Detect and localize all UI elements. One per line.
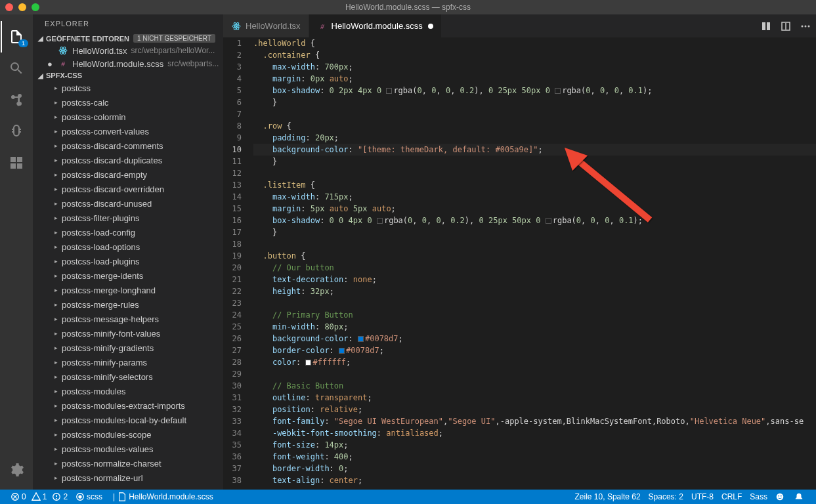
folder-item[interactable]: ▸postcss-minify-params [33,355,223,369]
folder-item[interactable]: ▸postcss-filter-plugins [33,211,223,225]
svg-point-0 [62,50,64,52]
folder-item[interactable]: ▸postcss-merge-longhand [33,283,223,297]
window-close[interactable] [5,3,13,11]
chevron-right-icon: ▸ [53,171,59,178]
folder-item[interactable]: ▸postcss-discard-duplicates [33,153,223,167]
folder-item[interactable]: ▸postcss-load-options [33,240,223,254]
folder-item[interactable]: ▸postcss-discard-empty [33,167,223,182]
chevron-right-icon: ▸ [53,142,59,149]
folder-item[interactable]: ▸postcss-modules-extract-imports [33,398,223,413]
folder-item[interactable]: ▸postcss-discard-comments [33,138,223,153]
project-section[interactable]: ◢ SPFX-CSS [33,70,223,81]
open-editor-item[interactable]: ●#HelloWorld.module.scsssrc/webparts... [33,57,223,70]
folder-item[interactable]: ▸postcss-discard-overridden [33,182,223,196]
status-lang-mode[interactable]: scss [72,492,106,501]
folder-item[interactable]: ▸postcss-normalize-charset [33,456,223,471]
folder-item[interactable]: ▸postcss-load-config [33,225,223,240]
chevron-right-icon: ▸ [53,373,59,380]
folder-item[interactable]: ▸postcss-message-helpers [33,312,223,326]
svg-text:#: # [61,60,65,68]
svg-point-21 [781,495,782,497]
dirty-indicator [428,24,433,29]
chevron-down-icon: ◢ [35,72,46,79]
folder-item[interactable]: ▸postcss [33,81,223,95]
chevron-right-icon: ▸ [53,114,59,120]
editor-tab[interactable]: #HelloWorld.module.scss [309,14,442,37]
explorer-badge: 1 [18,39,28,47]
file-tree[interactable]: ▸postcss▸postcss-calc▸postcss-colormin▸p… [33,81,223,490]
scss-file-icon: # [317,21,328,32]
line-gutter: 1234567891011121314151617181920212223242… [223,37,253,490]
search-icon[interactable] [1,52,32,84]
chevron-right-icon: ▸ [53,417,59,423]
chevron-right-icon: ▸ [53,157,59,163]
window-title: HelloWorld.module.scss — spfx-css [345,3,471,12]
editor-tab[interactable]: HelloWorld.tsx [223,14,309,37]
explorer-icon[interactable]: 1 [1,21,32,52]
folder-item[interactable]: ▸postcss-modules-values [33,442,223,456]
chevron-right-icon: ▸ [53,287,59,293]
chevron-right-icon: ▸ [53,402,59,409]
chevron-right-icon: ▸ [53,446,59,452]
folder-item[interactable]: ▸postcss-minify-selectors [33,369,223,384]
folder-item[interactable]: ▸postcss-minify-font-values [33,326,223,341]
settings-icon[interactable] [1,454,32,486]
svg-text:#: # [320,22,324,30]
chevron-right-icon: ▸ [53,359,59,366]
status-cursor[interactable]: Zeile 10, Spalte 62 [571,492,645,501]
react-file-icon [231,21,242,32]
folder-item[interactable]: ▸postcss-minify-gradients [33,341,223,355]
chevron-right-icon: ▸ [53,85,59,91]
folder-item[interactable]: ▸postcss-merge-idents [33,268,223,283]
folder-item[interactable]: ▸postcss-modules-local-by-default [33,413,223,427]
status-spaces[interactable]: Spaces: 2 [645,492,687,501]
titlebar: HelloWorld.module.scss — spfx-css [0,0,816,14]
status-encoding[interactable]: UTF-8 [687,492,718,501]
tab-bar: HelloWorld.tsx#HelloWorld.module.scss [223,14,816,37]
extensions-icon[interactable] [1,147,32,178]
folder-item[interactable]: ▸postcss-discard-unused [33,196,223,211]
status-problems[interactable]: 0 1 2 [7,492,72,501]
svg-point-16 [56,498,58,499]
folder-item[interactable]: ▸postcss-load-plugins [33,254,223,268]
folder-item[interactable]: ▸postcss-calc [33,95,223,110]
source-control-icon[interactable] [1,84,32,116]
folder-item[interactable]: ▸postcss-normalize-url [33,471,223,485]
status-bell-icon[interactable] [790,492,809,501]
svg-point-10 [802,25,804,27]
open-editors-section[interactable]: ◢ GEÖFFNETE EDITOREN 1 NICHT GESPEICHERT [33,33,223,44]
scss-file-icon: # [58,58,68,69]
chevron-right-icon: ▸ [53,99,59,106]
status-feedback-icon[interactable] [771,492,790,501]
chevron-right-icon: ▸ [53,215,59,221]
chevron-right-icon: ▸ [53,186,59,192]
window-maximize[interactable] [32,3,39,11]
compare-icon[interactable] [761,21,771,32]
more-icon[interactable] [800,21,811,32]
folder-item[interactable]: ▸postcss-modules-scope [33,427,223,442]
svg-point-20 [778,495,779,497]
status-file[interactable]: | HelloWorld.module.scss [106,492,217,501]
status-language[interactable]: Sass [746,492,771,501]
chevron-right-icon: ▸ [53,229,59,236]
sidebar: EXPLORER ◢ GEÖFFNETE EDITOREN 1 NICHT GE… [33,14,223,490]
debug-icon[interactable] [1,116,32,147]
code-editor[interactable]: 1234567891011121314151617181920212223242… [223,37,816,490]
chevron-right-icon: ▸ [53,316,59,322]
open-editor-item[interactable]: HelloWorld.tsxsrc/webparts/helloWor... [33,44,223,57]
split-editor-icon[interactable] [781,21,791,32]
status-eol[interactable]: CRLF [718,492,746,501]
folder-item[interactable]: ▸postcss-convert-values [33,124,223,138]
folder-item[interactable]: ▸postcss-merge-rules [33,297,223,312]
window-minimize[interactable] [18,3,26,11]
svg-point-18 [78,495,81,498]
folder-item[interactable]: ▸postcss-colormin [33,110,223,124]
svg-point-11 [805,25,807,27]
react-file-icon [58,45,68,56]
chevron-right-icon: ▸ [53,345,59,351]
code-content[interactable]: .helloWorld { .container { max-width: 70… [253,37,816,490]
folder-item[interactable]: ▸postcss-modules [33,384,223,398]
chevron-right-icon: ▸ [53,128,59,135]
chevron-right-icon: ▸ [53,243,59,250]
chevron-right-icon: ▸ [53,330,59,337]
